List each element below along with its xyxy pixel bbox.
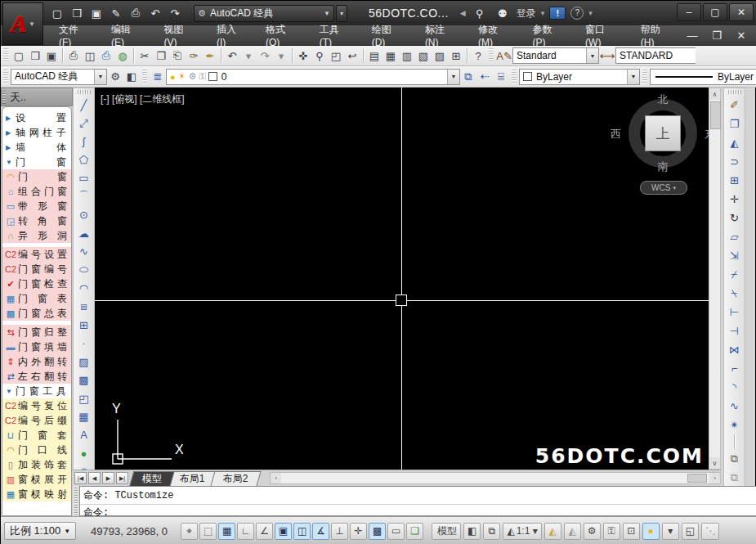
dim-style-icon[interactable]: ⟷: [599, 47, 615, 64]
palette-grip[interactable]: [2, 91, 6, 104]
text-style-icon[interactable]: A✎: [496, 47, 512, 64]
drawing-status-bar-button[interactable]: ●: [642, 523, 660, 540]
sidebar-item-number-settings[interactable]: C2编号设置: [2, 247, 71, 262]
sc-toggle[interactable]: ❏: [406, 523, 423, 540]
workspaces-dropdown[interactable]: AutoCAD 经典 ▼: [11, 69, 107, 85]
tab-layout1[interactable]: 布局1: [167, 471, 217, 486]
layer-previous-button[interactable]: ⇠: [476, 69, 493, 85]
new-button[interactable]: ▢: [11, 47, 27, 64]
annotation-visibility-button[interactable]: ◭: [544, 523, 561, 540]
prev-tab-button[interactable]: ◀: [88, 472, 101, 484]
open-button[interactable]: ❒: [27, 47, 43, 64]
mdi-close-button[interactable]: ✕: [732, 26, 750, 44]
sidebar-item-add-trim[interactable]: ▯加装饰套: [2, 457, 71, 472]
spline-button[interactable]: ∿: [75, 242, 93, 260]
toolbar-grip[interactable]: [3, 48, 8, 63]
sidebar-item-flip-left-right[interactable]: ⇄左右翻转: [2, 369, 71, 384]
workspace-switching-button[interactable]: ⚙: [584, 523, 601, 540]
minimize-button[interactable]: –: [677, 3, 701, 21]
sidebar-item-mullion-unfold[interactable]: ▥窗棂展开: [2, 472, 71, 487]
pan-button[interactable]: ✜: [295, 47, 311, 64]
workspace-extra-dropdown[interactable]: ▾: [336, 5, 347, 22]
plot-button[interactable]: ⎙: [65, 47, 82, 64]
sidebar-item-door-window-number[interactable]: C2门窗编号: [2, 262, 71, 276]
sidebar-item-ribbon-window[interactable]: ▭带形窗: [2, 199, 71, 214]
coordinates-readout[interactable]: 49793, 23968, 0: [83, 523, 176, 540]
signin-link[interactable]: 登录: [517, 7, 536, 20]
plot-preview-button[interactable]: ◫: [82, 47, 98, 64]
sidebar-item-number-suffix[interactable]: C2编号后缀: [2, 413, 71, 428]
undo-button[interactable]: ↶: [224, 47, 240, 64]
markup-set-manager-button[interactable]: ▨: [432, 47, 448, 64]
qp-toggle[interactable]: ▭: [387, 523, 405, 540]
layer-dropdown[interactable]: ● ☀ ⚙ ⚿ 0 ▼: [166, 69, 460, 85]
redo-button[interactable]: ↷: [257, 47, 273, 64]
arc-button[interactable]: ⌒: [75, 187, 93, 205]
scale-button[interactable]: 比例 1:100 ▼: [4, 522, 76, 540]
horizontal-scrollbar[interactable]: ‹ ›: [270, 472, 721, 484]
erase-button[interactable]: ✐: [726, 96, 744, 115]
redo-arrow[interactable]: ▾: [273, 47, 289, 64]
break-button[interactable]: ⊣: [726, 321, 744, 340]
offset-button[interactable]: ⊃: [726, 152, 744, 171]
text-style-dropdown[interactable]: Standard ▼: [512, 47, 599, 64]
view-compass[interactable]: 北 南 西 东 上: [624, 94, 702, 173]
redline-button[interactable]: ✒: [202, 47, 218, 64]
polygon-button[interactable]: ⬠: [75, 151, 93, 169]
my-workspace-button[interactable]: ◧: [123, 69, 140, 85]
clean-screen-button[interactable]: ◱: [682, 523, 699, 540]
color-dropdown[interactable]: ByLayer ▼: [519, 69, 640, 85]
ortho-toggle[interactable]: ∟: [237, 523, 254, 540]
last-tab-button[interactable]: ▶|: [116, 472, 128, 484]
gradient-button[interactable]: ▩: [75, 371, 93, 389]
sidebar-item-door-window[interactable]: ◠门窗: [2, 169, 71, 184]
bring-to-front-button[interactable]: ⧉: [726, 449, 744, 468]
sidebar-item-door-window-check[interactable]: ✔门窗检查: [2, 276, 71, 291]
toolbar-grip[interactable]: [642, 70, 647, 84]
stretch-button[interactable]: ⇲: [726, 246, 744, 265]
lineweight-dropdown[interactable]: ByLayer: [650, 69, 756, 85]
scroll-down-icon[interactable]: ∨: [709, 457, 720, 469]
application-menu-button[interactable]: A ▼: [2, 2, 43, 45]
grid-display-toggle[interactable]: ▦: [218, 523, 235, 540]
region-button[interactable]: ◰: [75, 389, 93, 407]
wcs-button[interactable]: WCS ▾: [640, 181, 687, 195]
hatch-button[interactable]: ▨: [75, 353, 93, 371]
command-window-grip[interactable]: [73, 486, 79, 516]
quickcalc-button[interactable]: ⊞: [448, 47, 464, 64]
sidebar-item-flip-in-out[interactable]: ⇕内外翻转: [2, 354, 71, 369]
match-properties-button[interactable]: ✑: [186, 47, 202, 64]
help-button[interactable]: ?: [570, 7, 584, 20]
scroll-right-icon[interactable]: ›: [709, 473, 720, 483]
circle-button[interactable]: ⊙: [75, 205, 93, 223]
zoom-realtime-button[interactable]: ⚲: [311, 47, 328, 64]
sidebar-item-mullion-mapping[interactable]: ▦窗棂映射: [2, 487, 71, 501]
ducs-toggle[interactable]: ⊥: [331, 523, 348, 540]
lwt-toggle[interactable]: ▩: [369, 523, 386, 540]
sidebar-item-combined-door-window[interactable]: ⌂组合门窗: [2, 184, 71, 199]
save-button[interactable]: ▣: [43, 47, 60, 64]
snap-toggle[interactable]: ⌖: [181, 523, 198, 540]
status-menu-arrow[interactable]: ▾: [662, 523, 679, 540]
workspace-settings-button[interactable]: ⚙: [107, 69, 123, 85]
insert-block-button[interactable]: ⧈: [75, 298, 93, 316]
workspace-dropdown[interactable]: ⚙ AutoCAD 经典 ▼: [194, 5, 334, 22]
grid-toggle[interactable]: ⬚: [199, 523, 217, 540]
sidebar-item-door-window-align[interactable]: ⇆门窗归整: [2, 325, 71, 339]
viewport-controls[interactable]: [-] [俯视] [二维线框]: [101, 92, 185, 106]
toolbar-grip[interactable]: [3, 70, 8, 84]
trim-button[interactable]: ⌿: [726, 265, 744, 284]
undo-arrow[interactable]: ▾: [240, 47, 257, 64]
next-tab-button[interactable]: ▶: [102, 472, 114, 484]
drawing-canvas[interactable]: [-] [俯视] [二维线框] 北 南 西 东 上 WCS ▾ Y X 56DO…: [95, 88, 709, 470]
scroll-left-icon[interactable]: ‹: [271, 473, 281, 483]
toolbar-grip[interactable]: [512, 70, 517, 84]
polyline-button[interactable]: ʃ: [75, 133, 93, 151]
auto-annotation-button[interactable]: ◭: [564, 523, 581, 540]
publish-button[interactable]: ⎙: [98, 47, 114, 64]
make-object-layer-current-button[interactable]: ⧉: [460, 69, 476, 85]
sidebar-item-door-window-table[interactable]: ▦门窗表: [2, 291, 71, 306]
toolbar-grip[interactable]: [489, 48, 494, 63]
otrack-toggle[interactable]: ∡: [312, 523, 329, 540]
point-button[interactable]: ∙: [75, 335, 93, 353]
